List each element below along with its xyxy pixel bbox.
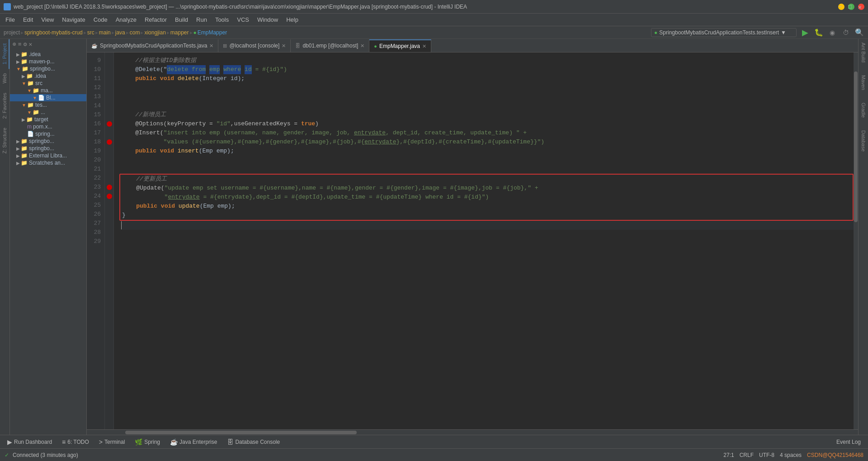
tab-console[interactable]: ⊞ @localhost [console] ✕ [218,39,291,52]
close-button[interactable]: ✕ [858,4,864,10]
bc-springboot[interactable]: springboot-mybatis-crud [24,29,83,36]
tree-item-target[interactable]: ▶ 📁 target [10,116,86,123]
bc-project[interactable]: project [4,29,20,36]
code-line-11: public void delete(Integer id); [121,74,854,83]
menu-view[interactable]: View [38,15,57,24]
right-tab-maven[interactable]: Maven [860,73,867,92]
bc-main[interactable]: main [99,29,111,36]
tree-item-maven[interactable]: ▶ 📁 maven-p... [10,58,86,65]
debug-button[interactable]: 🐛 [814,28,824,38]
run-config-label: SpringbootMybatisCrudApplicationTests.te… [659,29,779,36]
menu-file[interactable]: File [2,15,19,24]
breakpoint-24[interactable] [107,194,112,199]
right-tab-database[interactable]: Database [860,128,867,153]
bc-interface-icon: ● [193,29,197,36]
tree-item-springboot3[interactable]: ▶ 📁 springbo... [10,145,86,152]
breakpoint-18[interactable] [107,139,112,145]
tree-item-idea[interactable]: ▶ 📁 .idea [10,51,86,58]
search-button[interactable]: 🔍 [854,28,864,38]
tab-springboot-test[interactable]: ☕ SpringbootMybatisCrudApplicationTests.… [87,39,218,52]
editor-scrollbar[interactable] [854,52,858,429]
database-console-btn[interactable]: 🗄 Database Console [223,437,283,447]
tree-item-springboot-root[interactable]: ▼ 📁 springbo... [10,65,86,72]
bc-com[interactable]: com [130,29,140,36]
menu-navigate[interactable]: Navigate [58,15,89,24]
horizontal-scrollbar[interactable] [87,429,858,435]
menu-refactor[interactable]: Refactor [141,15,170,24]
status-bar: ✓ Connected (3 minutes ago) 27:1 CRLF UT… [0,448,868,461]
left-vtab-favorites[interactable]: 2: Favorites [0,88,9,123]
code-line-23: @Update("update emp set username = #{use… [122,184,851,193]
tree-item-spring-config[interactable]: 📄 spring... [10,130,86,138]
title-bar-controls: − □ ✕ [838,4,864,10]
sidebar-collapse-all[interactable]: ≡ [18,41,22,48]
tab-db[interactable]: 🗄 db01.emp [@localhost] ✕ [291,39,369,52]
scrollbar-thumb[interactable] [854,71,858,222]
spring-btn[interactable]: 🌿 Spring [131,437,164,447]
bc-java[interactable]: java [115,29,125,36]
tab-close-4[interactable]: ✕ [422,43,426,49]
bc-src[interactable]: src [87,29,94,36]
tab-close-3[interactable]: ✕ [360,43,364,49]
tree-item-selected[interactable]: ▼ 📄 Bl... [10,94,86,101]
bc-mapper[interactable]: mapper [170,29,189,36]
maximize-button[interactable]: □ [848,4,854,10]
sidebar-close[interactable]: ✕ [28,41,32,48]
code-content[interactable]: //根据主键ID删除数据 @Delete("delete from emp wh… [114,52,854,429]
profile-button[interactable]: ⏱ [841,28,851,38]
menu-analyze[interactable]: Analyze [112,15,140,24]
tree-item-external-libs[interactable]: ▶ 📁 External Libra... [10,152,86,159]
menu-build[interactable]: Build [171,15,192,24]
left-vtab-web[interactable]: Web [0,69,9,88]
menu-bar: File Edit View Navigate Code Analyze Ref… [0,14,868,26]
tree-item-test-sub[interactable]: ▼ 📁 ... [10,109,86,116]
tree-item-pom[interactable]: m pom.x... [10,123,86,130]
status-position[interactable]: 27:1 [723,452,734,458]
tab-close-2[interactable]: ✕ [282,43,286,49]
menu-tools[interactable]: Tools [212,15,232,24]
tab-bar: ☕ SpringbootMybatisCrudApplicationTests.… [87,39,858,52]
tree-item-test[interactable]: ▼ 📁 tes... [10,101,86,109]
todo-btn[interactable]: ≡ 6: TODO [58,437,93,447]
run-dashboard-btn[interactable]: ▶ Run Dashboard [4,437,56,447]
bc-xiongjian[interactable]: xiongjian [144,29,165,36]
menu-edit[interactable]: Edit [19,15,37,24]
right-tab-ant-build[interactable]: Ant Build [860,41,867,64]
sidebar-settings[interactable]: ⚙ [24,41,27,48]
bc-empmapper[interactable]: EmpMapper [198,29,227,36]
status-encoding[interactable]: UTF-8 [759,452,774,458]
event-log-btn[interactable]: Event Log [833,438,864,446]
code-line-22: //更新员工 [122,175,851,184]
tree-item-springboot2[interactable]: ▶ 📁 springbo... [10,138,86,145]
tree-item-main[interactable]: ▼ 📁 ma... [10,87,86,94]
right-tab-gradle[interactable]: Gradle [860,101,867,119]
tree-item-idea2[interactable]: ▶ 📁 .idea [10,72,86,80]
coverage-button[interactable]: ◉ [827,28,837,38]
terminal-btn[interactable]: > Terminal [95,437,129,447]
tree-item-scratches[interactable]: ▶ 📁 Scratches an... [10,159,86,166]
editor-area: ☕ SpringbootMybatisCrudApplicationTests.… [87,39,858,435]
breakpoint-23[interactable] [107,185,112,190]
status-crlf[interactable]: CRLF [740,452,754,458]
hscroll-thumb[interactable] [125,431,357,434]
menu-help[interactable]: Help [283,15,302,24]
left-vtab-project[interactable]: 1: Project [0,39,9,69]
menu-code[interactable]: Code [90,15,111,24]
sidebar-expand-all[interactable]: ⊕ [13,41,16,48]
java-enterprise-btn[interactable]: ☕ Java Enterprise [166,437,221,447]
menu-run[interactable]: Run [193,15,211,24]
breakpoint-16[interactable] [107,121,112,127]
cursor-caret [121,221,122,229]
tab-close-1[interactable]: ✕ [209,43,213,49]
tree-item-src[interactable]: ▼ 📁 src [10,80,86,87]
tab-empmapper[interactable]: ● EmpMapper.java ✕ [369,39,431,52]
run-button[interactable]: ▶ [800,28,810,38]
status-spaces[interactable]: 4 spaces [780,452,802,458]
run-config-dropdown[interactable]: ● SpringbootMybatisCrudApplicationTests.… [651,28,797,37]
menu-window[interactable]: Window [254,15,282,24]
menu-vcs[interactable]: VCS [233,15,253,24]
left-vtab-structure[interactable]: Z: Structure [0,123,9,158]
editor-scrollbar-area[interactable] [854,52,858,429]
minimize-button[interactable]: − [838,4,844,10]
code-line-13 [121,92,854,101]
